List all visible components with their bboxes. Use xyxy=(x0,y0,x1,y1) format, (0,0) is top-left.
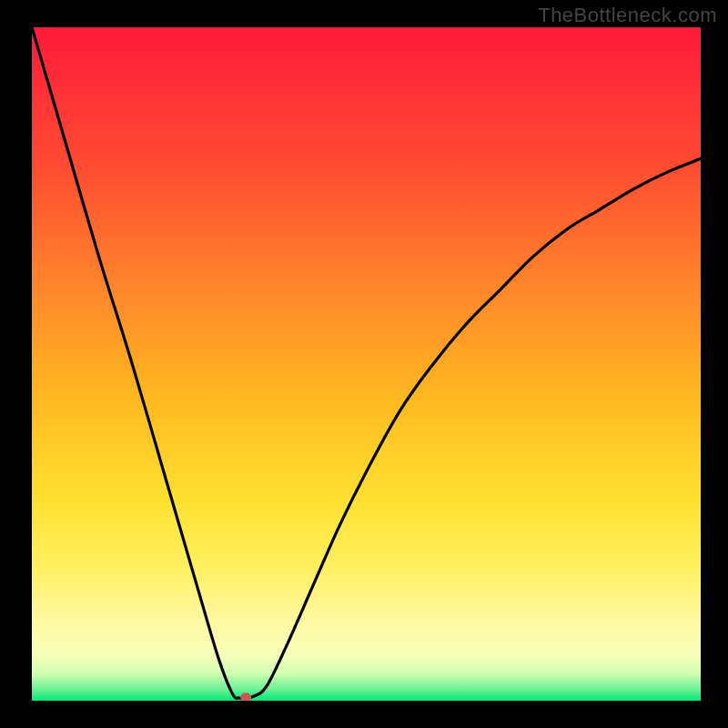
chart-container: TheBottleneck.com xyxy=(0,0,728,728)
plot-area xyxy=(32,27,701,701)
watermark-text: TheBottleneck.com xyxy=(538,4,717,27)
chart-svg xyxy=(32,27,701,701)
